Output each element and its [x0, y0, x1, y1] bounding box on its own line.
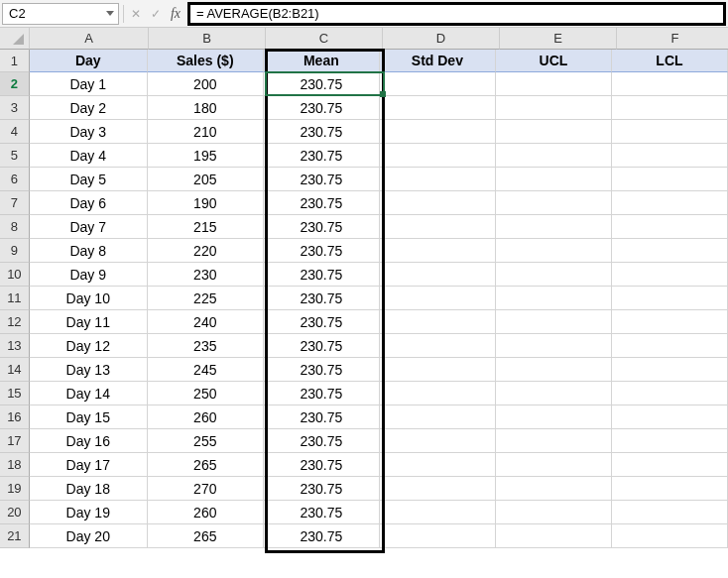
cell-empty[interactable]	[380, 239, 496, 263]
cell-a1[interactable]: Day	[30, 50, 148, 72]
cell-empty[interactable]	[496, 96, 612, 120]
cell-sales[interactable]: 230	[148, 263, 264, 287]
cell-empty[interactable]	[612, 72, 728, 96]
cell-empty[interactable]	[496, 310, 612, 334]
cell-empty[interactable]	[496, 191, 612, 215]
cell-mean[interactable]: 230.75	[264, 453, 380, 477]
cell-empty[interactable]	[612, 287, 728, 310]
cell-day[interactable]: Day 8	[30, 239, 148, 263]
row-header[interactable]: 19	[0, 477, 30, 501]
row-header-1[interactable]: 1	[0, 50, 30, 72]
col-header-e[interactable]: E	[500, 28, 617, 50]
cell-empty[interactable]	[380, 191, 496, 215]
cell-sales[interactable]: 190	[148, 191, 264, 215]
cell-day[interactable]: Day 13	[30, 358, 148, 382]
row-header[interactable]: 5	[0, 144, 30, 168]
row-header[interactable]: 6	[0, 168, 30, 191]
cell-sales[interactable]: 265	[148, 524, 264, 548]
cell-mean[interactable]: 230.75	[264, 144, 380, 168]
cell-sales[interactable]: 245	[148, 358, 264, 382]
cell-empty[interactable]	[380, 72, 496, 96]
cell-empty[interactable]	[380, 429, 496, 453]
confirm-icon[interactable]: ✓	[148, 6, 164, 22]
cell-empty[interactable]	[380, 382, 496, 405]
cell-mean[interactable]: 230.75	[264, 191, 380, 215]
cell-mean[interactable]: 230.75	[264, 334, 380, 358]
cell-mean[interactable]: 230.75	[264, 96, 380, 120]
cell-sales[interactable]: 210	[148, 120, 264, 144]
cell-sales[interactable]: 270	[148, 477, 264, 501]
cell-empty[interactable]	[496, 405, 612, 429]
cell-empty[interactable]	[612, 429, 728, 453]
cell-day[interactable]: Day 20	[30, 524, 148, 548]
cell-empty[interactable]	[380, 215, 496, 239]
cell-f1[interactable]: LCL	[612, 50, 728, 72]
name-box[interactable]: C2	[2, 3, 119, 25]
cell-empty[interactable]	[380, 120, 496, 144]
cell-day[interactable]: Day 12	[30, 334, 148, 358]
cell-day[interactable]: Day 15	[30, 405, 148, 429]
col-header-f[interactable]: F	[617, 28, 728, 50]
cell-mean[interactable]: 230.75	[264, 358, 380, 382]
cell-empty[interactable]	[612, 382, 728, 405]
cell-sales[interactable]: 205	[148, 168, 264, 191]
cell-mean[interactable]: 230.75	[264, 168, 380, 191]
cell-empty[interactable]	[612, 120, 728, 144]
row-header[interactable]: 17	[0, 429, 30, 453]
cell-empty[interactable]	[380, 310, 496, 334]
cell-mean[interactable]: 230.75	[264, 501, 380, 524]
row-header[interactable]: 20	[0, 501, 30, 524]
cell-empty[interactable]	[496, 215, 612, 239]
cell-day[interactable]: Day 16	[30, 429, 148, 453]
row-header[interactable]: 12	[0, 310, 30, 334]
cell-day[interactable]: Day 7	[30, 215, 148, 239]
row-header[interactable]: 7	[0, 191, 30, 215]
col-header-a[interactable]: A	[30, 28, 149, 50]
row-header[interactable]: 3	[0, 96, 30, 120]
cell-b1[interactable]: Sales ($)	[148, 50, 264, 72]
cell-empty[interactable]	[612, 310, 728, 334]
cell-empty[interactable]	[612, 405, 728, 429]
cell-mean[interactable]: 230.75	[264, 263, 380, 287]
cell-empty[interactable]	[612, 524, 728, 548]
cell-mean[interactable]: 230.75	[264, 287, 380, 310]
cell-empty[interactable]	[612, 215, 728, 239]
row-header[interactable]: 4	[0, 120, 30, 144]
cell-empty[interactable]	[380, 263, 496, 287]
cell-empty[interactable]	[612, 263, 728, 287]
cell-sales[interactable]: 200	[148, 72, 264, 96]
cell-day[interactable]: Day 14	[30, 382, 148, 405]
cell-empty[interactable]	[496, 263, 612, 287]
cell-empty[interactable]	[380, 453, 496, 477]
cell-c1[interactable]: Mean	[264, 50, 380, 72]
cell-empty[interactable]	[612, 453, 728, 477]
cell-empty[interactable]	[380, 144, 496, 168]
cell-empty[interactable]	[380, 358, 496, 382]
cell-mean[interactable]: 230.75	[264, 477, 380, 501]
cell-empty[interactable]	[380, 334, 496, 358]
cell-sales[interactable]: 195	[148, 144, 264, 168]
cell-empty[interactable]	[380, 477, 496, 501]
cell-empty[interactable]	[612, 144, 728, 168]
cell-mean[interactable]: 230.75	[264, 382, 380, 405]
chevron-down-icon[interactable]	[106, 11, 114, 16]
cell-mean[interactable]: 230.75	[264, 405, 380, 429]
cell-mean[interactable]: 230.75	[264, 215, 380, 239]
cell-sales[interactable]: 250	[148, 382, 264, 405]
cell-empty[interactable]	[496, 477, 612, 501]
row-header[interactable]: 10	[0, 263, 30, 287]
cell-mean[interactable]: 230.75	[264, 524, 380, 548]
cell-empty[interactable]	[496, 358, 612, 382]
cell-mean[interactable]: 230.75	[264, 310, 380, 334]
row-header[interactable]: 9	[0, 239, 30, 263]
cell-sales[interactable]: 255	[148, 429, 264, 453]
cell-empty[interactable]	[380, 524, 496, 548]
cell-day[interactable]: Day 6	[30, 191, 148, 215]
formula-input[interactable]: = AVERAGE(B2:B21)	[187, 2, 726, 26]
cell-empty[interactable]	[612, 96, 728, 120]
cell-empty[interactable]	[496, 429, 612, 453]
cell-day[interactable]: Day 11	[30, 310, 148, 334]
cell-d1[interactable]: Std Dev	[380, 50, 496, 72]
cell-empty[interactable]	[612, 477, 728, 501]
cell-empty[interactable]	[496, 287, 612, 310]
